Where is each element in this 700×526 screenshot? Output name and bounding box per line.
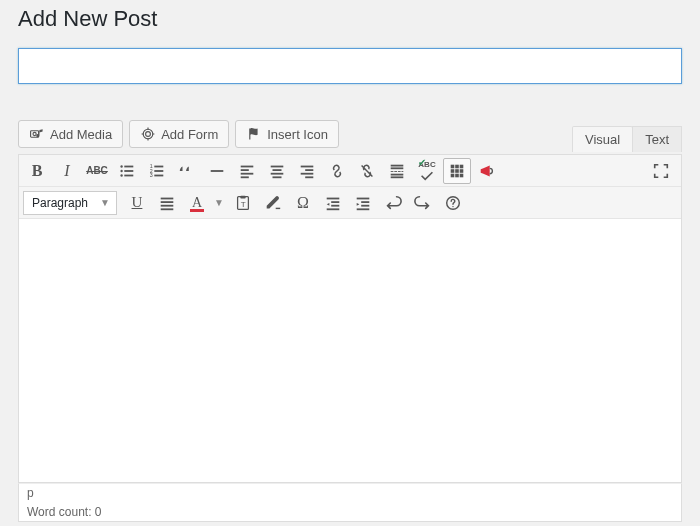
svg-rect-53 xyxy=(327,197,340,199)
underline-button[interactable]: U xyxy=(123,190,151,216)
svg-rect-31 xyxy=(391,171,394,172)
svg-rect-37 xyxy=(451,164,455,168)
svg-point-3 xyxy=(146,132,151,137)
insert-icon-label: Insert Icon xyxy=(267,127,328,142)
spellcheck-button[interactable]: ABC ✔ xyxy=(413,158,441,184)
blockquote-button[interactable] xyxy=(173,158,201,184)
svg-point-1 xyxy=(33,132,36,135)
post-title-input[interactable] xyxy=(18,48,682,84)
help-button[interactable] xyxy=(439,190,467,216)
svg-rect-25 xyxy=(301,165,314,167)
link-button[interactable] xyxy=(323,158,351,184)
svg-rect-17 xyxy=(241,165,254,167)
text-color-button[interactable]: A xyxy=(183,190,211,216)
hr-button[interactable] xyxy=(203,158,231,184)
svg-rect-39 xyxy=(460,164,464,168)
target-icon xyxy=(140,126,156,142)
svg-rect-36 xyxy=(391,176,404,178)
svg-rect-43 xyxy=(451,173,455,177)
svg-rect-32 xyxy=(394,171,397,172)
svg-rect-27 xyxy=(301,172,314,174)
tab-visual[interactable]: Visual xyxy=(572,126,633,152)
tab-text[interactable]: Text xyxy=(632,126,682,152)
svg-text:T: T xyxy=(241,199,246,208)
element-path: p xyxy=(18,483,682,503)
megaphone-button[interactable] xyxy=(473,158,501,184)
align-center-button[interactable] xyxy=(263,158,291,184)
svg-rect-57 xyxy=(357,197,370,199)
camera-music-icon xyxy=(29,126,45,142)
ul-button[interactable] xyxy=(113,158,141,184)
svg-rect-49 xyxy=(161,208,174,210)
format-select-label: Paragraph xyxy=(32,196,88,210)
svg-rect-34 xyxy=(402,171,404,172)
svg-rect-55 xyxy=(331,204,339,206)
add-media-button[interactable]: Add Media xyxy=(18,120,123,148)
paste-text-button[interactable]: T xyxy=(229,190,257,216)
svg-rect-35 xyxy=(391,173,404,175)
strike-button[interactable]: ABC xyxy=(83,158,111,184)
svg-rect-59 xyxy=(361,204,369,206)
undo-button[interactable] xyxy=(379,190,407,216)
svg-rect-28 xyxy=(305,176,313,178)
bold-button[interactable]: B xyxy=(23,158,51,184)
toolbar-toggle-button[interactable] xyxy=(443,158,471,184)
svg-rect-40 xyxy=(451,169,455,173)
special-char-button[interactable]: Ω xyxy=(289,190,317,216)
svg-rect-26 xyxy=(305,169,313,171)
svg-rect-7 xyxy=(124,170,133,172)
svg-rect-11 xyxy=(154,165,163,167)
svg-rect-20 xyxy=(241,176,249,178)
svg-rect-9 xyxy=(124,174,133,176)
editor-content-area[interactable] xyxy=(18,219,682,483)
svg-point-6 xyxy=(120,169,122,171)
fullscreen-button[interactable] xyxy=(647,158,675,184)
svg-rect-29 xyxy=(391,164,404,166)
flag-icon xyxy=(246,126,262,142)
page-title: Add New Post xyxy=(18,4,682,34)
clear-format-button[interactable] xyxy=(259,190,287,216)
svg-rect-33 xyxy=(398,171,401,172)
svg-rect-18 xyxy=(241,169,249,171)
svg-rect-46 xyxy=(161,197,174,199)
chevron-down-icon: ▼ xyxy=(100,197,110,208)
svg-rect-51 xyxy=(240,195,245,198)
editor-toolbar: B I ABC 123 xyxy=(18,154,682,219)
svg-rect-23 xyxy=(271,172,284,174)
svg-rect-19 xyxy=(241,172,254,174)
svg-rect-56 xyxy=(327,208,340,210)
svg-text:3: 3 xyxy=(150,172,153,178)
svg-rect-45 xyxy=(460,173,464,177)
svg-rect-47 xyxy=(161,201,174,203)
svg-rect-58 xyxy=(361,201,369,203)
align-right-button[interactable] xyxy=(293,158,321,184)
svg-rect-41 xyxy=(455,169,459,173)
format-select[interactable]: Paragraph ▼ xyxy=(23,191,117,215)
svg-rect-21 xyxy=(271,165,284,167)
add-media-label: Add Media xyxy=(50,127,112,142)
italic-button[interactable]: I xyxy=(53,158,81,184)
insert-icon-button[interactable]: Insert Icon xyxy=(235,120,339,148)
svg-rect-54 xyxy=(331,201,339,203)
ol-button[interactable]: 123 xyxy=(143,158,171,184)
svg-rect-48 xyxy=(161,204,174,206)
redo-button[interactable] xyxy=(409,190,437,216)
align-left-button[interactable] xyxy=(233,158,261,184)
add-form-button[interactable]: Add Form xyxy=(129,120,229,148)
svg-rect-16 xyxy=(211,170,224,172)
svg-rect-15 xyxy=(154,174,163,176)
svg-point-62 xyxy=(452,205,453,206)
text-color-menu-button[interactable]: ▼ xyxy=(213,190,227,216)
svg-rect-5 xyxy=(124,165,133,167)
indent-button[interactable] xyxy=(349,190,377,216)
align-justify-button[interactable] xyxy=(153,190,181,216)
unlink-button[interactable] xyxy=(353,158,381,184)
word-count: Word count: 0 xyxy=(18,502,682,522)
svg-rect-13 xyxy=(154,170,163,172)
svg-rect-24 xyxy=(273,176,282,178)
svg-rect-30 xyxy=(391,167,404,169)
read-more-button[interactable] xyxy=(383,158,411,184)
svg-point-4 xyxy=(120,165,122,167)
svg-rect-42 xyxy=(460,169,464,173)
outdent-button[interactable] xyxy=(319,190,347,216)
